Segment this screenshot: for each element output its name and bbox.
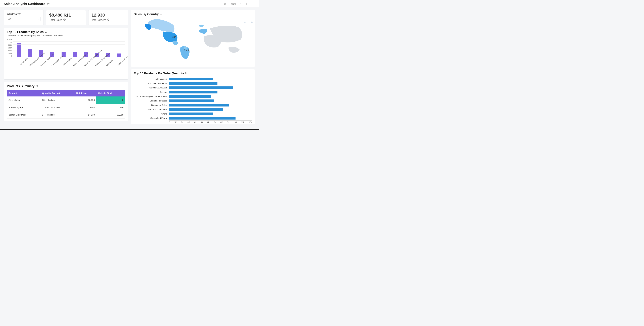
year-select[interactable]: All⌄: [7, 17, 40, 21]
map-zoom-out-icon[interactable]: −: [248, 21, 249, 24]
total-sales-value: $8,480,611: [49, 12, 83, 18]
hbar-area[interactable]: Tarte au sucreRhönbräu KlosterbierRaclet…: [134, 77, 252, 120]
table-row[interactable]: Aniseed Syrup12 - 550 ml bottles$684936: [7, 104, 125, 111]
table-row[interactable]: Alice Mutton20 - 1 kg tins$8,0960: [7, 96, 125, 104]
total-sales-card: $8,480,611 Total Sales: [46, 10, 86, 25]
x-axis: 01K2K3K4K5K6K7K8K9K10K11K12K: [169, 120, 252, 123]
world-map[interactable]: USA Brazil: [134, 16, 252, 59]
hbar-row[interactable]: Gnocchi di nonna Alice: [134, 107, 252, 112]
theme-icon[interactable]: [223, 2, 226, 6]
info-icon[interactable]: [36, 84, 38, 88]
total-sales-label: Total Sales: [49, 18, 62, 21]
col-header[interactable]: Product: [7, 90, 40, 96]
bar[interactable]: [28, 49, 32, 57]
link-icon[interactable]: [239, 2, 242, 6]
map-label-usa: USA: [172, 36, 176, 38]
map-zoom-in-icon[interactable]: ＋: [244, 21, 246, 24]
bar[interactable]: [72, 52, 76, 57]
bar[interactable]: [17, 43, 21, 57]
page-header: Sales Analysis Dashboard Theme ⋯: [0, 0, 258, 8]
total-orders-card: 12,930 Total Orders: [88, 10, 128, 25]
info-icon[interactable]: [107, 18, 110, 21]
page-title: Sales Analysis Dashboard: [4, 2, 45, 6]
hbar-row[interactable]: Tarte au sucre: [134, 77, 252, 81]
hbar-row[interactable]: Gorgonzola Telino: [134, 103, 252, 107]
hbar-row[interactable]: Guaraná Fantástica: [134, 99, 252, 103]
chart-title: Top 10 Products By Sales: [7, 30, 44, 34]
table-title: Products Summary: [7, 84, 34, 88]
products-table[interactable]: ProductQuantity Per UnitUnit PriceUnits …: [7, 90, 125, 118]
chevron-down-icon: ⌄: [37, 18, 39, 20]
hbar-row[interactable]: Raclette Courdavault: [134, 86, 252, 90]
hbar-row[interactable]: Pavlova: [134, 90, 252, 94]
info-icon[interactable]: [45, 30, 47, 34]
y-axis: 1.20M1M800K600K400K200K0: [7, 39, 13, 57]
svg-point-23: [46, 31, 46, 31]
hbar-row[interactable]: Jack's New England Clam Chowder: [134, 94, 252, 99]
top-products-qty-card: Top 10 Products By Order Quantity Tarte …: [131, 69, 255, 124]
more-icon[interactable]: ⋯: [252, 2, 255, 6]
info-icon[interactable]: [63, 18, 66, 21]
col-header[interactable]: Unit Price: [74, 90, 96, 96]
chart-subtitle: Drill down to see the company which invo…: [7, 34, 125, 37]
theme-label[interactable]: Theme: [230, 3, 236, 5]
year-filter-card: Select Year All⌄: [4, 10, 44, 25]
sales-by-country-card: Sales By Country ＋ − ◎: [131, 10, 255, 67]
hbar-row[interactable]: Chang: [134, 112, 252, 116]
svg-line-9: [225, 4, 226, 5]
top-products-sales-card: Top 10 Products By Sales Drill down to s…: [4, 28, 128, 80]
info-icon[interactable]: [160, 12, 162, 16]
total-orders-label: Total Orders: [92, 18, 106, 21]
x-axis: Côte de BlayeThüringer RostbratwurstRacl…: [14, 57, 125, 60]
info-icon[interactable]: [47, 2, 50, 6]
col-header[interactable]: Quantity Per Unit: [40, 90, 74, 96]
info-icon[interactable]: [185, 72, 188, 75]
fullscreen-icon[interactable]: [246, 2, 249, 6]
col-header[interactable]: Units In Stock: [96, 90, 125, 96]
filter-label: Select Year: [7, 12, 40, 15]
table-row[interactable]: Boston Crab Meat24 - 4 oz tins$4,23830,2…: [7, 111, 125, 118]
chart-title: Top 10 Products By Order Quantity: [134, 72, 184, 75]
products-summary-card: Products Summary ProductQuantity Per Uni…: [4, 82, 128, 121]
svg-point-2: [48, 3, 48, 4]
map-label-brazil: Brazil: [184, 49, 189, 51]
hbar-row[interactable]: Rhönbräu Klosterbier: [134, 81, 252, 86]
svg-point-3: [224, 3, 225, 4]
svg-line-10: [224, 4, 224, 5]
svg-point-20: [108, 19, 108, 19]
map-reset-icon[interactable]: ◎: [251, 21, 253, 24]
info-icon[interactable]: [18, 12, 21, 15]
hbar-row[interactable]: Camembert Pierrot: [134, 116, 252, 120]
bar[interactable]: [117, 53, 121, 57]
total-orders-value: 12,930: [92, 12, 125, 18]
map-title: Sales By Country: [134, 12, 159, 16]
